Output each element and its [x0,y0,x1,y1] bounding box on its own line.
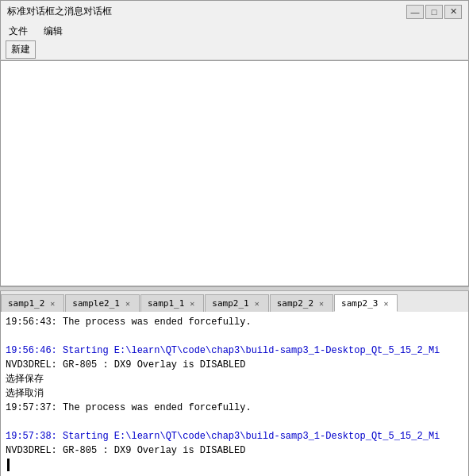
window-title: 标准对话框之消息对话框 [7,5,112,18]
console-cursor-line [6,458,463,472]
tab-close-icon[interactable]: ✕ [381,298,390,308]
title-bar: 标准对话框之消息对话框 — □ ✕ [0,0,469,22]
console-line: 选择取消 [6,386,463,401]
console-area[interactable]: 19:56:43: The process was ended forceful… [0,312,469,476]
tab-close-icon[interactable]: ✕ [317,299,326,309]
tab-samp1-1[interactable]: samp1_1 ✕ [140,294,204,312]
tab-samp2-2[interactable]: samp2_2 ✕ [270,294,333,312]
console-line: 19:57:37: The process was ended forceful… [6,401,463,415]
menu-file[interactable]: 文件 [4,23,33,40]
console-line: 19:56:43: The process was ended forceful… [6,315,463,329]
tab-label: sample2_1 [72,298,120,309]
new-button[interactable]: 新建 [6,40,36,59]
maximize-button[interactable]: □ [425,5,443,19]
console-line: 选择保存 [6,372,463,386]
tab-close-icon[interactable]: ✕ [123,299,133,309]
tab-samp2-3[interactable]: samp2_3 ✕ [334,294,398,312]
toolbar: 新建 [0,40,469,60]
tab-close-icon[interactable]: ✕ [187,299,197,309]
window-controls: — □ ✕ [406,5,462,19]
editor-area[interactable] [0,60,469,286]
console-line [6,415,463,429]
tab-sample2-1[interactable]: sample2_1 ✕ [65,294,140,312]
console-line: 19:56:46: Starting E:\learn\QT\code\chap… [6,344,463,358]
console-line [6,329,463,344]
menu-edit[interactable]: 编辑 [39,23,67,40]
tab-label: samp2_2 [277,298,313,309]
text-cursor-icon [7,459,10,471]
tabs-area: samp1_2 ✕ sample2_1 ✕ samp1_1 ✕ samp2_1 … [0,291,469,312]
console-line: 19:57:38: Starting E:\learn\QT\code\chap… [6,429,463,443]
console-line: NVD3DREL: GR-805 : DX9 Overlay is DISABL… [6,358,463,372]
tab-samp1-2[interactable]: samp1_2 ✕ [1,294,64,312]
minimize-button[interactable]: — [406,5,424,19]
tab-close-icon[interactable]: ✕ [48,299,57,309]
tab-samp2-1[interactable]: samp2_1 ✕ [205,294,268,312]
tab-label: samp1_1 [148,298,184,309]
tab-label: samp1_2 [8,298,44,309]
close-button[interactable]: ✕ [444,5,462,19]
console-line: NVD3DREL: GR-805 : DX9 Overlay is DISABL… [6,443,463,458]
tab-label: samp2_3 [341,298,378,309]
tab-close-icon[interactable]: ✕ [252,299,262,309]
tab-label: samp2_1 [212,298,248,309]
menu-bar: 文件 编辑 [0,22,469,40]
